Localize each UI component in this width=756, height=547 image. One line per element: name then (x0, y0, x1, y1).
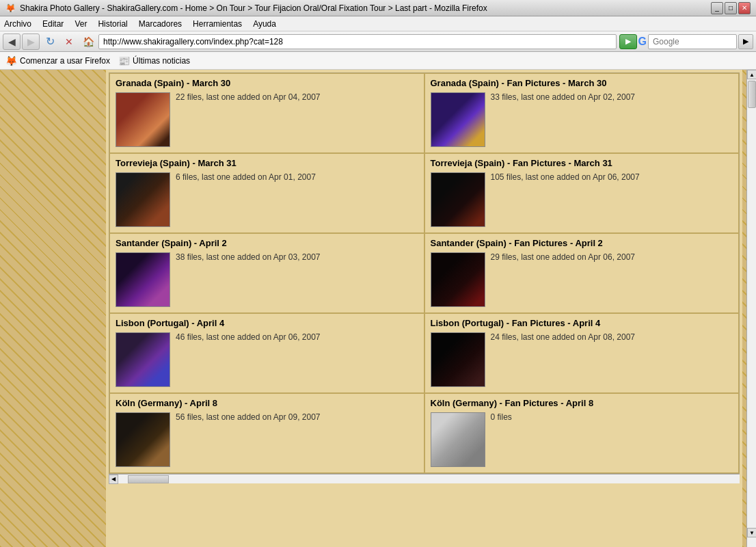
scrollbar-thumb[interactable] (748, 81, 756, 108)
cell-info-0-right: 33 files, last one added on Apr 02, 2007 (491, 92, 636, 102)
scroll-down-button[interactable]: ▼ (747, 528, 756, 537)
thumbnail-4-right[interactable] (431, 412, 485, 467)
menu-editar[interactable]: Editar (42, 19, 64, 29)
bookmark-news-label: Últimas noticias (133, 56, 190, 66)
back-button[interactable]: ◀ (3, 34, 21, 50)
thumbnail-2-left[interactable] (116, 252, 170, 307)
cell-title-3-right: Lisbon (Portugal) - Fan Pictures - April… (431, 318, 733, 328)
cell-info-1-left: 6 files, last one added on Apr 01, 2007 (176, 172, 316, 182)
thumbnail-3-right[interactable] (431, 332, 485, 387)
cell-info-3-left: 46 files, last one added on Apr 06, 2007 (176, 332, 321, 342)
left-decoration (0, 70, 106, 547)
title-bar: 🦊 Shakira Photo Gallery - ShakiraGallery… (0, 0, 756, 16)
thumbnail-1-right[interactable] (431, 172, 485, 227)
browser-icon: 🦊 (5, 3, 16, 13)
cell-title-1-left: Torrevieja (Spain) - March 31 (116, 158, 418, 168)
gallery-grid: Granada (Spain) - March 3022 files, last… (109, 72, 740, 474)
thumbnail-3-left[interactable] (116, 332, 170, 387)
cell-info-2-left: 38 files, last one added on Apr 03, 2007 (176, 252, 321, 262)
menu-ayuda[interactable]: Ayuda (253, 19, 276, 29)
window-controls: _ □ ✕ (711, 2, 751, 14)
menu-historial[interactable]: Historial (98, 19, 127, 29)
bookmark-firefox[interactable]: 🦊 Comenzar a usar Firefox (5, 55, 110, 66)
gallery-cell-4-right[interactable]: Köln (Germany) - Fan Pictures - April 80… (424, 393, 740, 473)
gallery-cell-4-left[interactable]: Köln (Germany) - April 856 files, last o… (109, 393, 424, 473)
bookmark-news[interactable]: 📰 Últimas noticias (118, 55, 190, 66)
cell-info-1-right: 105 files, last one added on Apr 06, 200… (491, 172, 640, 182)
content-area: Granada (Spain) - March 3022 files, last… (0, 70, 756, 547)
cell-title-4-right: Köln (Germany) - Fan Pictures - April 8 (431, 398, 733, 408)
scroll-left-button[interactable]: ◀ (109, 475, 118, 484)
gallery-cell-3-right[interactable]: Lisbon (Portugal) - Fan Pictures - April… (424, 313, 740, 393)
gallery-cell-2-left[interactable]: Santander (Spain) - April 238 files, las… (109, 233, 424, 313)
maximize-button[interactable]: □ (725, 2, 737, 14)
google-icon: G (638, 36, 647, 48)
close-button[interactable]: ✕ (738, 2, 751, 14)
cell-title-0-left: Granada (Spain) - March 30 (116, 78, 418, 88)
search-input[interactable] (648, 34, 737, 49)
thumbnail-0-left[interactable] (116, 92, 170, 147)
scroll-up-button[interactable]: ▲ (747, 70, 756, 79)
main-content: Granada (Spain) - March 3022 files, last… (106, 70, 742, 547)
cell-title-2-left: Santander (Spain) - April 2 (116, 238, 418, 248)
horizontal-scrollbar[interactable]: ◀ (109, 474, 740, 483)
menu-bar: Archivo Editar Ver Historial Marcadores … (0, 16, 756, 31)
cell-info-2-right: 29 files, last one added on Apr 06, 2007 (491, 252, 636, 262)
search-bar: G ▶ (638, 34, 753, 49)
address-input[interactable] (98, 34, 617, 49)
menu-archivo[interactable]: Archivo (4, 19, 31, 29)
bookmarks-bar: 🦊 Comenzar a usar Firefox 📰 Últimas noti… (0, 52, 756, 70)
menu-ver[interactable]: Ver (75, 19, 87, 29)
gallery-cell-2-right[interactable]: Santander (Spain) - Fan Pictures - April… (424, 233, 740, 313)
home-button[interactable]: 🏠 (79, 34, 97, 50)
news-icon: 📰 (118, 55, 130, 66)
thumbnail-0-right[interactable] (431, 92, 485, 147)
cell-info-0-left: 22 files, last one added on Apr 04, 2007 (176, 92, 321, 102)
gallery-cell-0-right[interactable]: Granada (Spain) - Fan Pictures - March 3… (424, 73, 740, 153)
menu-marcadores[interactable]: Marcadores (139, 19, 182, 29)
gallery-cell-1-left[interactable]: Torrevieja (Spain) - March 316 files, la… (109, 153, 424, 233)
cell-title-0-right: Granada (Spain) - Fan Pictures - March 3… (431, 78, 733, 88)
cell-info-4-right: 0 files (491, 412, 512, 422)
gallery-cell-3-left[interactable]: Lisbon (Portugal) - April 446 files, las… (109, 313, 424, 393)
cell-title-3-left: Lisbon (Portugal) - April 4 (116, 318, 418, 328)
cell-info-3-right: 24 files, last one added on Apr 08, 2007 (491, 332, 636, 342)
search-go-button[interactable]: ▶ (738, 34, 753, 49)
vertical-scrollbar[interactable]: ▲ ▼ (746, 70, 756, 547)
menu-herramientas[interactable]: Herramientas (193, 19, 242, 29)
window-title: Shakira Photo Gallery - ShakiraGallery.c… (20, 3, 487, 13)
right-decoration: ▲ ▼ (742, 70, 756, 547)
firefox-icon: 🦊 (5, 55, 17, 66)
forward-button[interactable]: ▶ (22, 34, 40, 50)
cell-title-1-right: Torrevieja (Spain) - Fan Pictures - Marc… (431, 158, 733, 168)
cell-title-2-right: Santander (Spain) - Fan Pictures - April… (431, 238, 733, 248)
gallery-cell-0-left[interactable]: Granada (Spain) - March 3022 files, last… (109, 73, 424, 153)
go-button[interactable]: ▶ (619, 34, 637, 49)
reload-button[interactable]: ↻ (41, 34, 59, 50)
thumbnail-4-left[interactable] (116, 412, 170, 467)
horizontal-scrollbar-thumb[interactable] (128, 475, 169, 483)
cell-title-4-left: Köln (Germany) - April 8 (116, 398, 418, 408)
thumbnail-1-left[interactable] (116, 172, 170, 227)
thumbnail-2-right[interactable] (431, 252, 485, 307)
stop-button[interactable]: ✕ (60, 34, 78, 50)
cell-info-4-left: 56 files, last one added on Apr 09, 2007 (176, 412, 321, 422)
gallery-cell-1-right[interactable]: Torrevieja (Spain) - Fan Pictures - Marc… (424, 153, 740, 233)
nav-bar: ◀ ▶ ↻ ✕ 🏠 ▶ G ▶ (0, 31, 756, 52)
bookmark-firefox-label: Comenzar a usar Firefox (20, 56, 110, 66)
minimize-button[interactable]: _ (711, 2, 723, 14)
address-bar-container: ▶ (98, 34, 637, 49)
